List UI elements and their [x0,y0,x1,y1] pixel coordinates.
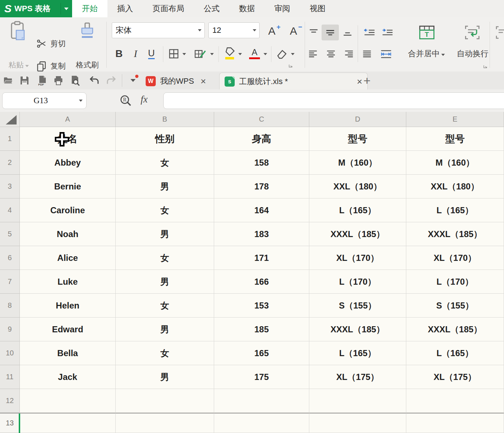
cell-C1[interactable]: 身高 [214,127,309,151]
cell-D4[interactable]: L（165） [309,198,406,222]
doc-tab-my-wps[interactable]: W 我的WPS × [143,73,209,89]
increase-font-size-button[interactable]: A+ [264,24,280,38]
bold-button[interactable]: B [111,45,127,62]
font-color-button[interactable]: A [247,45,262,62]
column-header-B[interactable]: B [116,112,214,127]
merge-center-label-row[interactable]: 合并居中 [399,48,454,59]
row-header-4[interactable]: 4 [0,198,20,222]
cell-B13[interactable] [116,413,214,433]
cell-D7[interactable]: L（170） [309,270,406,294]
cell-A7[interactable]: Luke [20,270,116,294]
cell-A6[interactable]: Alice [20,246,116,270]
row-header-13[interactable]: 13 [0,413,20,433]
cell-C2[interactable]: 158 [214,151,309,175]
cell-D3[interactable]: XXL（180） [309,175,406,198]
cell-E12[interactable] [406,389,504,413]
cut-button[interactable]: 剪切 [36,38,66,49]
align-top-button[interactable] [306,25,321,40]
cell-B12[interactable] [116,389,214,413]
cell-B6[interactable]: 女 [116,246,214,270]
align-middle-button[interactable] [322,25,339,40]
cell-A4[interactable]: Caroline [20,198,116,222]
row-header-5[interactable]: 5 [0,222,20,246]
export-pdf-button[interactable]: PDF [36,75,48,86]
save-button[interactable] [19,75,30,86]
insert-function-button[interactable]: fx [141,94,148,105]
cell-C6[interactable]: 171 [214,246,309,270]
align-bottom-button[interactable] [340,25,355,40]
cell-D12[interactable] [309,389,406,413]
new-tab-button[interactable]: + [361,75,373,86]
cell-B10[interactable]: 女 [116,341,214,365]
copy-button[interactable]: 复制 [36,61,66,71]
increase-indent-button[interactable] [379,25,396,40]
open-file-button[interactable] [2,75,14,86]
customize-toolbar-button[interactable] [127,75,139,86]
row-header-2[interactable]: 2 [0,151,20,175]
cell-A1[interactable]: 姓名 [20,127,116,151]
format-painter-label-row[interactable]: 格式刷 [71,60,104,70]
cell-D10[interactable]: L（165） [309,341,406,365]
cell-E10[interactable]: L（165） [406,341,504,365]
borders-button[interactable] [167,46,181,61]
row-header-6[interactable]: 6 [0,246,20,270]
cell-A9[interactable]: Edward [20,318,116,341]
font-dialog-launcher[interactable] [288,64,293,68]
wrap-text-button[interactable] [463,23,482,42]
cell-E5[interactable]: XXXL（185） [406,222,504,246]
eraser-chevron-down-icon[interactable] [290,51,296,58]
print-button[interactable] [53,75,64,86]
merge-center-button[interactable]: T [417,23,436,42]
cell-C5[interactable]: 183 [214,222,309,246]
cell-C3[interactable]: 178 [214,175,309,198]
undo-button[interactable] [89,75,100,86]
cell-A11[interactable]: Jack [20,365,116,389]
row-header-3[interactable]: 3 [0,175,20,198]
font-size-combo[interactable]: 12 [208,22,260,38]
cell-B5[interactable]: 男 [116,222,214,246]
underline-button[interactable]: U [143,45,159,62]
eraser-button[interactable] [275,45,290,62]
menu-tab-home[interactable]: 开始 [72,0,107,17]
cell-B1[interactable]: 性别 [116,127,214,151]
select-all-button[interactable] [0,112,20,127]
format-painter-button[interactable] [76,22,98,43]
decrease-indent-button[interactable] [361,25,378,40]
cell-D2[interactable]: M（160） [309,151,406,175]
next-group-partial-button[interactable] [495,23,504,42]
doc-tab-active-workbook[interactable]: s 工服统计.xls * × [219,73,368,90]
cell-A12[interactable] [20,389,116,413]
menu-tab-data[interactable]: 数据 [229,0,265,17]
font-color-chevron-down-icon[interactable] [262,51,268,58]
row-header-1[interactable]: 1 [0,127,20,151]
cell-C13[interactable] [214,413,309,433]
cell-E2[interactable]: M（160） [406,151,504,175]
cell-B11[interactable]: 男 [116,365,214,389]
menu-tab-formulas[interactable]: 公式 [194,0,229,17]
cell-A8[interactable]: Helen [20,294,116,318]
print-preview-button[interactable] [69,75,81,86]
brand-chevron-down-icon[interactable] [64,8,68,10]
redo-button[interactable] [105,75,117,86]
font-name-combo[interactable]: 宋体 [112,22,205,38]
column-header-C[interactable]: C [214,112,309,127]
cell-E13[interactable] [406,413,504,433]
cell-C11[interactable]: 175 [214,365,309,389]
distribute-button[interactable] [378,47,394,61]
cell-A3[interactable]: Bernie [20,175,116,198]
cell-E9[interactable]: XXXL（185） [406,318,504,341]
row-header-11[interactable]: 11 [0,365,20,389]
cell-D8[interactable]: S（155） [309,294,406,318]
draw-border-button[interactable] [193,46,208,61]
menu-tab-review[interactable]: 审阅 [265,0,300,17]
search-button[interactable]: R [119,94,133,108]
fill-color-chevron-down-icon[interactable] [237,51,243,58]
cell-B8[interactable]: 女 [116,294,214,318]
align-center-button[interactable] [324,47,338,61]
cell-E8[interactable]: S（155） [406,294,504,318]
cell-A5[interactable]: Noah [20,222,116,246]
column-header-D[interactable]: D [309,112,406,127]
paste-label-row[interactable]: 粘贴 [6,60,32,70]
column-header-E[interactable]: E [406,112,504,127]
cell-B2[interactable]: 女 [116,151,214,175]
